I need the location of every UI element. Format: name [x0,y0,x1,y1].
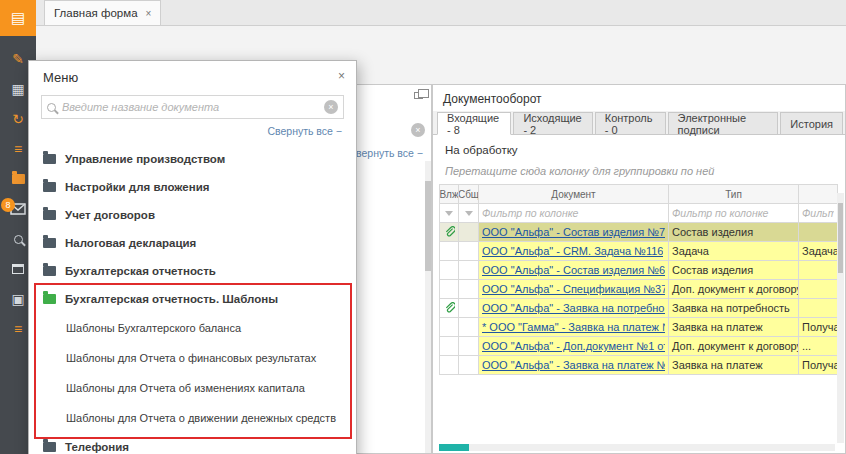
attachment-cell [439,242,459,261]
menu-close-icon[interactable]: × [338,69,345,83]
folder-contracts[interactable]: Учет договоров [29,201,356,229]
folder-production[interactable]: Управление производством [29,145,356,173]
table-row[interactable]: ООО "Альфа" - Состав изделия №69 от... С… [439,261,838,280]
table-horizontal-scrollbar[interactable] [439,444,835,451]
application-window: ▤ ✎ ▦ ↻ ≡ ▣ ≡ 8 Главная форма × [0,0,846,454]
type-cell: Заявка на платеж [669,356,799,375]
tab-incoming[interactable]: Входящие - 8 [437,112,511,135]
table-row[interactable]: * ООО "Гамма" - Заявка на платеж №6... З… [439,318,838,337]
table-row[interactable]: ООО "Альфа" - CRM. Задача №116 Задача За… [439,242,838,261]
menu-search-box: × [41,95,344,119]
attachment-cell [439,318,459,337]
folder-tax-declaration[interactable]: Налоговая декларация [29,229,356,257]
list-icon: ≡ [14,141,22,157]
filter-row [439,204,838,223]
app-logo-button[interactable]: ▤ [0,0,36,36]
tab-history[interactable]: История [780,112,843,135]
document-link[interactable]: ООО "Альфа" - Доп.документ №1 от 06... [482,340,665,352]
table-row[interactable]: ООО "Альфа" - Заявка на потребность ... … [439,299,838,318]
extra-cell: ... [799,337,838,356]
document-link[interactable]: ООО "Альфа" - Заявка на платеж №64 ... [482,359,665,371]
col-attachment[interactable]: Влж [439,184,459,204]
table-row[interactable]: ООО "Альфа" - Доп.документ №1 от 06... Д… [439,337,838,356]
folder-telephony[interactable]: Телефония [29,433,356,454]
tab-control[interactable]: Контроль - 0 [595,112,666,135]
type-cell: Заявка на платеж [669,318,799,337]
message-cell [459,356,479,375]
document-link[interactable]: ООО "Альфа" - Состав изделия №69 от... [482,264,665,276]
folder-icon [12,174,25,184]
type-cell: Доп. документ к договору [669,337,799,356]
filter-extra-input[interactable] [802,207,834,219]
table-row[interactable]: ООО "Альфа" - Состав изделия №78 от... С… [439,223,838,242]
folder-icon [43,266,56,276]
collapse-all-label: Свернуть все [348,147,414,159]
col-document[interactable]: Документ [479,184,669,204]
refresh-icon: ↻ [12,111,24,127]
documents-table: Влж Сбщ Документ Тип ООО "Альфа" - [439,184,838,375]
collapse-minus-icon: − [417,147,423,159]
filter-message-cell [459,204,479,223]
tab-outgoing[interactable]: Исходящие - 2 [513,112,592,135]
document-link[interactable]: ООО "Альфа" - Состав изделия №78 от... [482,226,665,238]
document-link[interactable]: * ООО "Гамма" - Заявка на платеж №6... [482,321,665,333]
filter-type-input[interactable] [672,207,795,219]
attachment-cell [439,261,459,280]
clear-search-button[interactable]: × [324,100,338,114]
tab-main-form[interactable]: Главная форма × [44,0,161,25]
type-cell: Состав изделия [669,223,799,242]
menu-folder-list: Управление производством Настройки для в… [29,145,356,454]
attachment-cell [439,356,459,375]
collapse-all-link[interactable]: Свернуть все − [267,125,342,137]
paperclip-icon [443,226,455,238]
scrollbar-thumb[interactable] [439,444,469,451]
scrollbar-thumb[interactable] [425,181,431,271]
panel-scrollbar[interactable] [425,161,431,453]
window-tabstrip: Главная форма × [36,0,846,26]
collapse-minus-icon: − [336,125,342,137]
mail-count-badge: 8 [1,198,15,212]
search-icon [47,103,56,112]
type-cell: Состав изделия [669,261,799,280]
document-cell: ООО "Альфа" - Доп.документ №1 от 06... [479,337,669,356]
folder-accounting-reports[interactable]: Бухгалтерская отчетность [29,257,356,285]
type-cell: Задача [669,242,799,261]
document-link[interactable]: ООО "Альфа" - Заявка на потребность ... [482,302,665,314]
table-vertical-scrollbar[interactable] [837,193,844,443]
document-link[interactable]: ООО "Альфа" - CRM. Задача №116 [482,245,663,257]
tab-close-icon[interactable]: × [146,8,152,19]
folder-accounting-templates[interactable]: Бухгалтерская отчетность. Шаблоны [29,285,356,313]
tasks-icon: ≡ [14,321,22,337]
document-cell: ООО "Альфа" - Состав изделия №69 от... [479,261,669,280]
folder-attachment-settings[interactable]: Настройки для вложения [29,173,356,201]
app-logo-icon: ▤ [11,9,25,27]
clear-search-button[interactable]: × [411,123,425,137]
tab-signatures[interactable]: Электронные подписи [668,112,779,135]
filter-document-input[interactable] [482,207,665,219]
attachment-cell [439,337,459,356]
collapse-all-link[interactable]: Свернуть все − [348,147,423,159]
search-icon [14,235,23,244]
box-icon: ▣ [11,291,24,307]
document-cell: ООО "Альфа" - Состав изделия №78 от... [479,223,669,242]
item-cash-flow-templates[interactable]: Шаблоны для Отчета о движении денежных с… [29,403,356,433]
table-row[interactable]: ООО "Альфа" - Спецификация №37 от ... До… [439,280,838,299]
menu-search-input[interactable] [62,101,318,113]
document-cell: ООО "Альфа" - CRM. Задача №116 [479,242,669,261]
filter-icon[interactable] [465,211,473,216]
view-switch-to-process[interactable]: На обработку [445,144,518,156]
document-cell: ООО "Альфа" - Заявка на потребность ... [479,299,669,318]
item-capital-changes-templates[interactable]: Шаблоны для Отчета об изменениях капитал… [29,373,356,403]
col-message[interactable]: Сбщ [459,184,479,204]
folder-label: Телефония [65,441,129,453]
scrollbar-thumb[interactable] [838,203,843,273]
col-type[interactable]: Тип [669,184,799,204]
item-financial-results-templates[interactable]: Шаблоны для Отчета о финансовых результа… [29,343,356,373]
item-balance-templates[interactable]: Шаблоны Бухгалтерского баланса [29,313,356,343]
table-row[interactable]: ООО "Альфа" - Заявка на платеж №64 ... З… [439,356,838,375]
document-link[interactable]: ООО "Альфа" - Спецификация №37 от ... [482,283,665,295]
undock-icon[interactable] [414,92,423,99]
filter-icon[interactable] [445,211,453,216]
menu-title: Меню [43,70,78,85]
col-extra[interactable] [799,184,838,204]
